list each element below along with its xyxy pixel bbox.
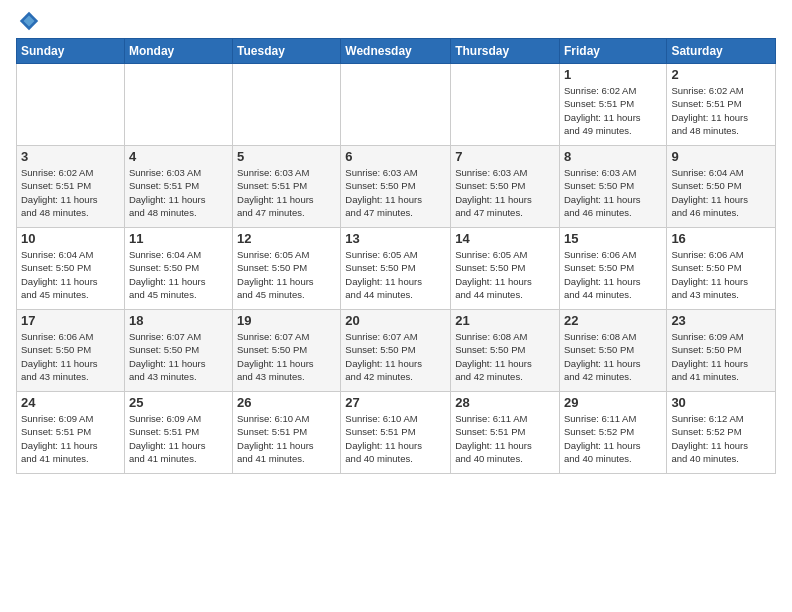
day-info: Sunrise: 6:03 AM Sunset: 5:50 PM Dayligh…: [564, 166, 662, 219]
calendar-cell: 18Sunrise: 6:07 AM Sunset: 5:50 PM Dayli…: [124, 310, 232, 392]
day-info: Sunrise: 6:11 AM Sunset: 5:52 PM Dayligh…: [564, 412, 662, 465]
day-number: 3: [21, 149, 120, 164]
day-number: 28: [455, 395, 555, 410]
day-number: 15: [564, 231, 662, 246]
calendar-cell: [124, 64, 232, 146]
day-number: 20: [345, 313, 446, 328]
day-info: Sunrise: 6:10 AM Sunset: 5:51 PM Dayligh…: [345, 412, 446, 465]
calendar-cell: 14Sunrise: 6:05 AM Sunset: 5:50 PM Dayli…: [451, 228, 560, 310]
calendar-cell: 16Sunrise: 6:06 AM Sunset: 5:50 PM Dayli…: [667, 228, 776, 310]
day-number: 6: [345, 149, 446, 164]
calendar-cell: 6Sunrise: 6:03 AM Sunset: 5:50 PM Daylig…: [341, 146, 451, 228]
day-info: Sunrise: 6:04 AM Sunset: 5:50 PM Dayligh…: [21, 248, 120, 301]
day-info: Sunrise: 6:06 AM Sunset: 5:50 PM Dayligh…: [21, 330, 120, 383]
day-number: 8: [564, 149, 662, 164]
calendar-cell: 30Sunrise: 6:12 AM Sunset: 5:52 PM Dayli…: [667, 392, 776, 474]
day-number: 4: [129, 149, 228, 164]
calendar-cell: 26Sunrise: 6:10 AM Sunset: 5:51 PM Dayli…: [233, 392, 341, 474]
day-info: Sunrise: 6:02 AM Sunset: 5:51 PM Dayligh…: [21, 166, 120, 219]
day-info: Sunrise: 6:06 AM Sunset: 5:50 PM Dayligh…: [564, 248, 662, 301]
day-number: 22: [564, 313, 662, 328]
page: SundayMondayTuesdayWednesdayThursdayFrid…: [0, 0, 792, 484]
calendar-week-2: 3Sunrise: 6:02 AM Sunset: 5:51 PM Daylig…: [17, 146, 776, 228]
day-info: Sunrise: 6:03 AM Sunset: 5:51 PM Dayligh…: [237, 166, 336, 219]
calendar-cell: 22Sunrise: 6:08 AM Sunset: 5:50 PM Dayli…: [559, 310, 666, 392]
calendar-cell: 12Sunrise: 6:05 AM Sunset: 5:50 PM Dayli…: [233, 228, 341, 310]
calendar-cell: 21Sunrise: 6:08 AM Sunset: 5:50 PM Dayli…: [451, 310, 560, 392]
calendar-cell: 3Sunrise: 6:02 AM Sunset: 5:51 PM Daylig…: [17, 146, 125, 228]
day-info: Sunrise: 6:07 AM Sunset: 5:50 PM Dayligh…: [129, 330, 228, 383]
day-info: Sunrise: 6:09 AM Sunset: 5:51 PM Dayligh…: [129, 412, 228, 465]
calendar-cell: 4Sunrise: 6:03 AM Sunset: 5:51 PM Daylig…: [124, 146, 232, 228]
logo: [16, 10, 40, 32]
day-number: 17: [21, 313, 120, 328]
day-number: 30: [671, 395, 771, 410]
calendar-cell: 2Sunrise: 6:02 AM Sunset: 5:51 PM Daylig…: [667, 64, 776, 146]
day-number: 1: [564, 67, 662, 82]
calendar-cell: 19Sunrise: 6:07 AM Sunset: 5:50 PM Dayli…: [233, 310, 341, 392]
day-info: Sunrise: 6:11 AM Sunset: 5:51 PM Dayligh…: [455, 412, 555, 465]
day-info: Sunrise: 6:08 AM Sunset: 5:50 PM Dayligh…: [455, 330, 555, 383]
day-number: 14: [455, 231, 555, 246]
day-info: Sunrise: 6:02 AM Sunset: 5:51 PM Dayligh…: [671, 84, 771, 137]
day-info: Sunrise: 6:05 AM Sunset: 5:50 PM Dayligh…: [455, 248, 555, 301]
calendar-cell: 27Sunrise: 6:10 AM Sunset: 5:51 PM Dayli…: [341, 392, 451, 474]
calendar-cell: 7Sunrise: 6:03 AM Sunset: 5:50 PM Daylig…: [451, 146, 560, 228]
calendar-header-row: SundayMondayTuesdayWednesdayThursdayFrid…: [17, 39, 776, 64]
day-number: 26: [237, 395, 336, 410]
calendar-cell: 20Sunrise: 6:07 AM Sunset: 5:50 PM Dayli…: [341, 310, 451, 392]
day-number: 18: [129, 313, 228, 328]
calendar-cell: 9Sunrise: 6:04 AM Sunset: 5:50 PM Daylig…: [667, 146, 776, 228]
day-info: Sunrise: 6:03 AM Sunset: 5:51 PM Dayligh…: [129, 166, 228, 219]
calendar-cell: 28Sunrise: 6:11 AM Sunset: 5:51 PM Dayli…: [451, 392, 560, 474]
calendar-cell: [341, 64, 451, 146]
logo-area: [16, 10, 40, 32]
day-info: Sunrise: 6:02 AM Sunset: 5:51 PM Dayligh…: [564, 84, 662, 137]
calendar-cell: [17, 64, 125, 146]
day-number: 16: [671, 231, 771, 246]
day-info: Sunrise: 6:03 AM Sunset: 5:50 PM Dayligh…: [345, 166, 446, 219]
day-number: 10: [21, 231, 120, 246]
calendar-cell: 29Sunrise: 6:11 AM Sunset: 5:52 PM Dayli…: [559, 392, 666, 474]
day-info: Sunrise: 6:09 AM Sunset: 5:51 PM Dayligh…: [21, 412, 120, 465]
day-info: Sunrise: 6:10 AM Sunset: 5:51 PM Dayligh…: [237, 412, 336, 465]
day-number: 5: [237, 149, 336, 164]
calendar-week-4: 17Sunrise: 6:06 AM Sunset: 5:50 PM Dayli…: [17, 310, 776, 392]
day-number: 24: [21, 395, 120, 410]
calendar-cell: 10Sunrise: 6:04 AM Sunset: 5:50 PM Dayli…: [17, 228, 125, 310]
day-info: Sunrise: 6:05 AM Sunset: 5:50 PM Dayligh…: [345, 248, 446, 301]
day-number: 2: [671, 67, 771, 82]
day-header-friday: Friday: [559, 39, 666, 64]
day-number: 23: [671, 313, 771, 328]
calendar-week-1: 1Sunrise: 6:02 AM Sunset: 5:51 PM Daylig…: [17, 64, 776, 146]
day-info: Sunrise: 6:03 AM Sunset: 5:50 PM Dayligh…: [455, 166, 555, 219]
calendar-week-5: 24Sunrise: 6:09 AM Sunset: 5:51 PM Dayli…: [17, 392, 776, 474]
logo-icon: [18, 10, 40, 32]
calendar-cell: 5Sunrise: 6:03 AM Sunset: 5:51 PM Daylig…: [233, 146, 341, 228]
day-header-thursday: Thursday: [451, 39, 560, 64]
calendar-cell: [233, 64, 341, 146]
day-info: Sunrise: 6:12 AM Sunset: 5:52 PM Dayligh…: [671, 412, 771, 465]
day-info: Sunrise: 6:04 AM Sunset: 5:50 PM Dayligh…: [129, 248, 228, 301]
day-info: Sunrise: 6:04 AM Sunset: 5:50 PM Dayligh…: [671, 166, 771, 219]
day-number: 21: [455, 313, 555, 328]
calendar-cell: 13Sunrise: 6:05 AM Sunset: 5:50 PM Dayli…: [341, 228, 451, 310]
calendar-cell: 11Sunrise: 6:04 AM Sunset: 5:50 PM Dayli…: [124, 228, 232, 310]
day-info: Sunrise: 6:07 AM Sunset: 5:50 PM Dayligh…: [345, 330, 446, 383]
day-header-tuesday: Tuesday: [233, 39, 341, 64]
day-number: 13: [345, 231, 446, 246]
day-number: 19: [237, 313, 336, 328]
header: [16, 10, 776, 32]
day-number: 12: [237, 231, 336, 246]
day-number: 25: [129, 395, 228, 410]
calendar-cell: [451, 64, 560, 146]
day-info: Sunrise: 6:09 AM Sunset: 5:50 PM Dayligh…: [671, 330, 771, 383]
day-number: 11: [129, 231, 228, 246]
day-number: 9: [671, 149, 771, 164]
day-header-sunday: Sunday: [17, 39, 125, 64]
calendar-cell: 25Sunrise: 6:09 AM Sunset: 5:51 PM Dayli…: [124, 392, 232, 474]
calendar-cell: 24Sunrise: 6:09 AM Sunset: 5:51 PM Dayli…: [17, 392, 125, 474]
day-header-saturday: Saturday: [667, 39, 776, 64]
calendar-cell: 17Sunrise: 6:06 AM Sunset: 5:50 PM Dayli…: [17, 310, 125, 392]
day-header-monday: Monday: [124, 39, 232, 64]
